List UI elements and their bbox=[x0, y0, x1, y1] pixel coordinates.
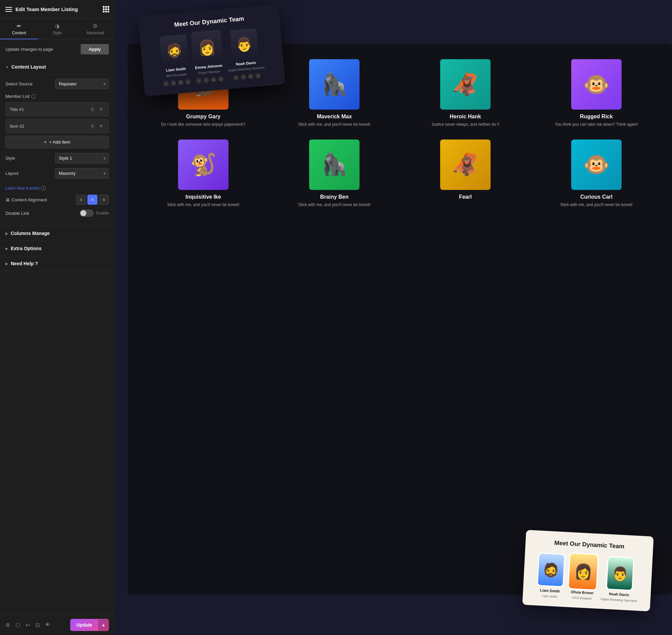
tab-advanced[interactable]: ⚙ Advanced bbox=[76, 19, 114, 39]
team-card-inquisitive-ike: 🐒 Inquisitive Ike Stick with me, and you… bbox=[138, 134, 269, 215]
add-item-button[interactable]: + + Add Item bbox=[5, 136, 109, 148]
layout-label: Layout bbox=[5, 171, 19, 176]
list-item-title-1: Title #1 bbox=[10, 107, 90, 112]
maverick-max-desc: Stick with me, and you'll never be bored… bbox=[298, 122, 370, 127]
content-alignment-row: 🖥 Content Alignment ≡ ≡ ≡ bbox=[5, 195, 109, 205]
heroic-hank-desc: Justice never sleeps, and neither do I! bbox=[431, 122, 499, 127]
social-icon: f bbox=[196, 78, 202, 84]
light-card-avatar-1: 🧔 bbox=[537, 552, 565, 587]
learn-how-info-icon: i bbox=[41, 186, 46, 191]
need-help-section[interactable]: ▶ Need Help ? bbox=[0, 256, 114, 271]
light-card-role-2: UI/UI Designer bbox=[572, 596, 592, 600]
extra-arrow-icon: ▶ bbox=[5, 247, 8, 250]
social-icon: y bbox=[255, 73, 261, 79]
team-card-fearl: 🦧 Fearl bbox=[400, 134, 531, 215]
apply-button[interactable]: Apply bbox=[81, 44, 109, 54]
dark-card-role-3: Digital Marketing Specialist bbox=[228, 66, 265, 72]
learn-how-link[interactable]: Learn How it works i bbox=[5, 183, 109, 192]
select-source-dropdown[interactable]: Repeater bbox=[55, 79, 109, 89]
content-layout-section-header[interactable]: ▼ Content Layout bbox=[0, 60, 114, 74]
layout-row: Layout Masonry ▼ bbox=[5, 168, 109, 178]
left-panel: Edit Team Member Listing ✏ Content ◑ Sty… bbox=[0, 0, 114, 635]
light-person-icon-1: 🧔 bbox=[538, 553, 564, 586]
layout-select-wrapper: Masonry ▼ bbox=[55, 168, 109, 178]
person-icon-2: 👩 bbox=[191, 29, 223, 65]
heroic-hank-emoji: 🦧 bbox=[440, 59, 491, 110]
align-left-button[interactable]: ≡ bbox=[76, 195, 86, 205]
social-icon: f bbox=[163, 81, 169, 87]
person-icon-3: 👨 bbox=[229, 28, 259, 61]
curious-carl-name: Curious Carl bbox=[580, 194, 612, 200]
social-icon: in bbox=[178, 80, 183, 85]
team-card-heroic-hank: 🦧 Heroic Hank Justice never sleeps, and … bbox=[400, 54, 531, 134]
social-icon: y bbox=[218, 76, 224, 82]
columns-manage-section[interactable]: ▶ Columns Manage bbox=[0, 226, 114, 241]
social-icon: t bbox=[203, 77, 209, 83]
panel-title: Edit Team Member Listing bbox=[16, 6, 78, 12]
light-card-role-1: Liam Smith bbox=[542, 594, 557, 598]
brainy-ben-name: Brainy Ben bbox=[320, 194, 349, 200]
dark-card-role-1: Web Developer bbox=[166, 73, 187, 78]
tab-style[interactable]: ◑ Style bbox=[38, 19, 76, 39]
update-dropdown-button[interactable]: ▲ bbox=[98, 619, 109, 631]
list-item-title-2: Item #2 bbox=[10, 124, 90, 129]
fearl-name: Fearl bbox=[459, 194, 472, 200]
content-alignment-label: 🖥 Content Alignment bbox=[5, 197, 47, 202]
history-icon[interactable]: ↩ bbox=[25, 622, 30, 628]
rugged-rick-desc: You think you can take me down? Think ag… bbox=[555, 122, 638, 127]
rugged-rick-image: 🐵 bbox=[571, 59, 622, 110]
dark-card-member-2: 👩 Emma Johnson Project Manager f t in y bbox=[192, 31, 224, 84]
dark-card-team-row: 🧔 Liam Smith Web Developer f t in y 👩 bbox=[148, 26, 277, 88]
light-person-icon-3: 👨 bbox=[607, 557, 633, 590]
grumpy-gary-desc: Do I look like someone who enjoys paperw… bbox=[161, 122, 246, 127]
style-select-wrapper: Style 1 ▼ bbox=[55, 153, 109, 163]
align-center-button[interactable]: ≡ bbox=[87, 195, 97, 205]
delete-item-1-button[interactable]: ✕ bbox=[98, 106, 105, 113]
update-button[interactable]: Update bbox=[70, 619, 98, 631]
curious-carl-emoji: 🐵 bbox=[571, 139, 622, 190]
social-icon: in bbox=[248, 73, 254, 79]
layers-icon[interactable]: ⬡ bbox=[16, 622, 20, 628]
monitor-icon: 🖥 bbox=[5, 197, 10, 202]
style-dropdown[interactable]: Style 1 bbox=[55, 153, 109, 163]
light-person-icon-2: 👩 bbox=[568, 554, 598, 590]
layout-dropdown[interactable]: Masonry bbox=[55, 168, 109, 178]
panel-content: Update changes to page Apply ▼ Content L… bbox=[0, 39, 114, 614]
content-layout-label: Content Layout bbox=[12, 64, 46, 70]
rugged-rick-emoji: 🐵 bbox=[571, 59, 622, 110]
delete-item-2-button[interactable]: ✕ bbox=[98, 123, 105, 129]
social-icons-3: f t in y bbox=[233, 73, 261, 81]
responsive-icon[interactable]: ⊡ bbox=[35, 622, 40, 628]
team-card-rugged-rick: 🐵 Rugged Rick You think you can take me … bbox=[531, 54, 662, 134]
align-right-button[interactable]: ≡ bbox=[99, 195, 109, 205]
heroic-hank-image: 🦧 bbox=[440, 59, 491, 110]
team-card-curious-carl: 🐵 Curious Carl Stick with me, and you'll… bbox=[531, 134, 662, 215]
social-icon: in bbox=[211, 76, 216, 82]
dark-card-member-3: 👨 Noah Davis Digital Marketing Specialis… bbox=[225, 27, 265, 81]
settings-icon[interactable]: ⚙ bbox=[5, 622, 10, 628]
plus-icon: + bbox=[44, 139, 47, 145]
tab-content[interactable]: ✏ Content bbox=[0, 19, 38, 39]
member-list-info-icon[interactable]: i bbox=[31, 94, 36, 99]
social-icon: f bbox=[233, 74, 239, 80]
tabs-row: ✏ Content ◑ Style ⚙ Advanced bbox=[0, 19, 114, 39]
extra-options-section[interactable]: ▶ Extra Options bbox=[0, 241, 114, 256]
heroic-hank-name: Heroic Hank bbox=[450, 114, 481, 120]
eye-icon[interactable]: 👁 bbox=[45, 622, 50, 628]
maverick-max-emoji: 🦍 bbox=[309, 59, 360, 110]
light-card-title: Meet Our Dynamic Team bbox=[534, 538, 646, 551]
update-button-group: Update ▲ bbox=[70, 619, 109, 631]
curious-carl-desc: Stick with me, and you'll never be bored… bbox=[560, 202, 632, 208]
social-icons-1: f t in y bbox=[163, 79, 191, 87]
light-card-member-1: 🧔 Liam Smith Liam Smith bbox=[536, 552, 565, 599]
apps-grid-icon[interactable] bbox=[103, 6, 109, 13]
brainy-ben-emoji: 🦍 bbox=[309, 139, 360, 190]
copy-item-2-button[interactable]: ⎘ bbox=[90, 123, 95, 129]
dark-card-member-1: 🧔 Liam Smith Web Developer f t in y bbox=[159, 34, 191, 87]
panel-header: Edit Team Member Listing bbox=[0, 0, 114, 19]
hamburger-icon[interactable] bbox=[5, 7, 12, 12]
copy-item-1-button[interactable]: ⎘ bbox=[90, 106, 95, 113]
list-item-actions-1: ⎘ ✕ bbox=[90, 106, 105, 113]
disable-link-toggle[interactable] bbox=[80, 210, 94, 217]
gear-icon: ⚙ bbox=[93, 23, 97, 29]
